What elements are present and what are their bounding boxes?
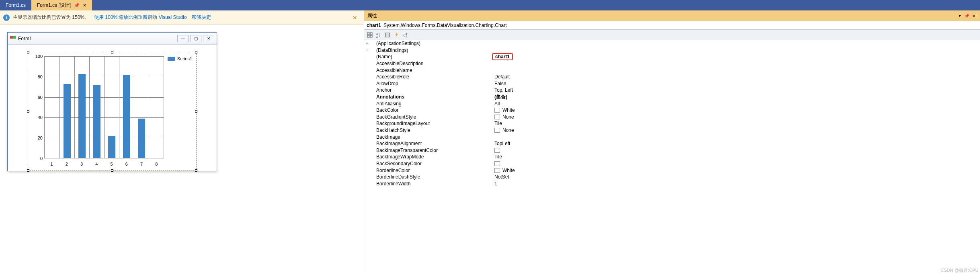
designer-canvas[interactable]: Form1 — ▢ ✕ xyxy=(0,25,364,275)
property-row[interactable]: +(ApplicationSettings) xyxy=(364,40,980,47)
chart-control[interactable]: Series1 02040608010012345678 xyxy=(28,52,197,171)
property-row[interactable]: BackGradientStyleNone xyxy=(364,114,980,121)
y-tick-label: 60 xyxy=(28,95,43,100)
expand-icon[interactable]: + xyxy=(364,41,370,46)
maximize-button[interactable]: ▢ xyxy=(190,35,201,42)
chart-plot-area xyxy=(44,56,164,158)
chart-bar xyxy=(138,119,145,158)
property-value[interactable]: NotSet xyxy=(494,174,980,180)
property-row[interactable]: AccessibleDescription xyxy=(364,60,980,67)
alphabetical-icon[interactable]: AZ xyxy=(375,31,383,39)
color-swatch xyxy=(494,161,500,166)
property-row[interactable]: BorderlineDashStyleNotSet xyxy=(364,174,980,181)
property-row[interactable]: AllowDropFalse xyxy=(364,80,980,87)
property-row[interactable]: BackImageAlignmentTopLeft xyxy=(364,140,980,147)
restart-link[interactable]: 使用 100% 缩放比例重新启动 Visual Studio xyxy=(94,14,187,21)
property-value[interactable]: None xyxy=(494,114,980,120)
properties-title: 属性 ▾ 📌 ✕ xyxy=(364,10,980,21)
info-bar: i 主显示器缩放比例已设置为 150%。 使用 100% 缩放比例重新启动 Vi… xyxy=(0,10,364,25)
info-icon: i xyxy=(3,14,10,21)
close-icon[interactable]: ✕ xyxy=(971,13,977,18)
close-icon[interactable]: ✕ xyxy=(83,3,86,8)
property-pages-icon[interactable] xyxy=(401,31,409,39)
watermark: CSDN @微音:CPU xyxy=(941,267,978,273)
property-row[interactable]: AnchorTop, Left xyxy=(364,87,980,94)
property-row[interactable]: BorderlineWidth1 xyxy=(364,180,980,187)
property-value[interactable]: TopLeft xyxy=(494,141,980,146)
pin-icon[interactable]: 📌 xyxy=(74,3,80,8)
close-button[interactable]: ✕ xyxy=(203,35,214,42)
x-tick-label: 3 xyxy=(80,162,83,166)
object-selector[interactable]: chart1 System.Windows.Forms.DataVisualiz… xyxy=(364,21,980,30)
property-value[interactable]: Tile xyxy=(494,121,980,126)
svg-text:Z: Z xyxy=(376,35,378,38)
property-name: BorderlineWidth xyxy=(370,181,494,187)
property-value[interactable]: Top, Left xyxy=(494,87,980,93)
minimize-button[interactable]: — xyxy=(177,35,189,42)
property-name: BackImageTransparentColor xyxy=(370,148,494,153)
events-icon[interactable] xyxy=(392,31,400,39)
properties-icon[interactable] xyxy=(383,31,392,39)
property-value[interactable]: 1 xyxy=(494,181,980,187)
property-row[interactable]: +(DataBindings) xyxy=(364,47,980,54)
property-value[interactable]: chart1 xyxy=(494,53,980,60)
property-value[interactable]: All xyxy=(494,101,980,107)
property-row[interactable]: BackImage xyxy=(364,133,980,140)
tab-code[interactable]: Form1.cs xyxy=(0,0,31,10)
property-row[interactable]: AccessibleName xyxy=(364,67,980,74)
form-window[interactable]: Form1 — ▢ ✕ xyxy=(7,32,217,171)
properties-grid[interactable]: +(ApplicationSettings)+(DataBindings)(Na… xyxy=(364,40,980,275)
svg-rect-3 xyxy=(370,35,372,37)
property-name: BackGradientStyle xyxy=(370,114,494,120)
property-name: BackgroundImageLayout xyxy=(370,121,494,126)
x-tick-label: 8 xyxy=(155,162,158,166)
property-value[interactable] xyxy=(494,161,980,166)
property-name: BackImage xyxy=(370,134,494,140)
property-row[interactable]: BorderlineColorWhite xyxy=(364,167,980,174)
property-value[interactable]: White xyxy=(494,168,980,173)
chart-bar xyxy=(123,75,130,158)
property-value[interactable]: Tile xyxy=(494,154,980,160)
property-value[interactable]: Default xyxy=(494,74,980,80)
expand-icon[interactable]: + xyxy=(364,47,370,53)
form-icon xyxy=(10,36,16,41)
color-swatch xyxy=(494,115,500,119)
chart: Series1 02040608010012345678 xyxy=(28,52,196,170)
categorized-icon[interactable] xyxy=(366,31,374,39)
property-row[interactable]: BackImageWrapModeTile xyxy=(364,154,980,160)
property-row[interactable]: BackgroundImageLayoutTile xyxy=(364,120,980,127)
property-value[interactable]: White xyxy=(494,107,980,113)
property-name: (ApplicationSettings) xyxy=(370,41,494,46)
x-tick-label: 1 xyxy=(51,162,53,166)
pin-icon[interactable]: 📌 xyxy=(964,13,970,18)
property-name: Anchor xyxy=(370,87,494,93)
form-body[interactable]: Series1 02040608010012345678 xyxy=(8,45,217,172)
tab-designer[interactable]: Form1.cs [设计] 📌 ✕ xyxy=(31,0,92,10)
property-row[interactable]: BackImageTransparentColor xyxy=(364,147,980,154)
x-tick-label: 4 xyxy=(95,162,98,166)
property-name: BorderlineDashStyle xyxy=(370,174,494,180)
property-row[interactable]: BackHatchStyleNone xyxy=(364,127,980,134)
chart-bar xyxy=(64,84,71,158)
property-row[interactable]: BackColorWhite xyxy=(364,107,980,114)
property-row[interactable]: AntiAliasingAll xyxy=(364,100,980,107)
property-row[interactable]: BackSecondaryColor xyxy=(364,160,980,167)
property-row[interactable]: (Name)chart1 xyxy=(364,53,980,60)
property-row[interactable]: AccessibleRoleDefault xyxy=(364,74,980,80)
property-row[interactable]: Annotations(集合) xyxy=(364,94,980,101)
help-link[interactable]: 帮我决定 xyxy=(192,14,211,21)
tab-strip: Form1.cs Form1.cs [设计] 📌 ✕ xyxy=(0,0,980,10)
color-swatch xyxy=(494,108,500,113)
property-value[interactable]: False xyxy=(494,81,980,86)
svg-rect-0 xyxy=(367,33,369,35)
info-close-icon[interactable]: ✕ xyxy=(349,14,361,21)
x-tick-label: 2 xyxy=(66,162,68,166)
svg-rect-8 xyxy=(406,33,408,35)
property-name: (DataBindings) xyxy=(370,47,494,53)
property-name: AntiAliasing xyxy=(370,101,494,107)
property-value[interactable] xyxy=(494,148,980,153)
property-value[interactable]: (集合) xyxy=(494,94,980,101)
property-value[interactable]: None xyxy=(494,127,980,133)
x-tick-label: 6 xyxy=(125,162,128,166)
dropdown-icon[interactable]: ▾ xyxy=(957,13,962,18)
